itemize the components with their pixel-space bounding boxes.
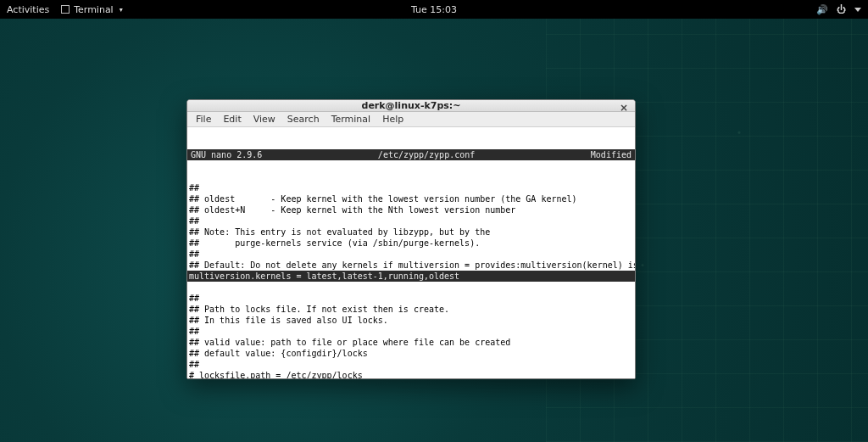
nano-line: ## bbox=[189, 182, 632, 193]
power-icon: ⏻ bbox=[837, 4, 846, 15]
terminal-icon bbox=[61, 5, 70, 14]
nano-line: ## default value: {configdir}/locks bbox=[189, 348, 632, 359]
clock[interactable]: Tue 15:03 bbox=[411, 4, 457, 15]
chevron-down-icon: ▾ bbox=[120, 6, 123, 14]
menu-edit[interactable]: Edit bbox=[218, 112, 246, 126]
nano-filepath: /etc/zypp/zypp.conf bbox=[262, 149, 591, 160]
nano-line: ## In this file is saved also UI locks. bbox=[189, 315, 632, 326]
nano-buffer[interactable]: #### oldest - Keep kernel with the lowes… bbox=[187, 182, 635, 379]
nano-line: ## Default: Do not delete any kernels if… bbox=[189, 260, 632, 271]
terminal-window: derk@linux-k7ps:~ × File Edit View Searc… bbox=[186, 99, 636, 379]
nano-line: ## purge-kernels service (via /sbin/purg… bbox=[189, 238, 632, 249]
nano-line: ## bbox=[189, 359, 632, 370]
nano-line: ## Path to locks file. If not exist then… bbox=[189, 304, 632, 315]
app-menu[interactable]: Terminal ▾ bbox=[61, 4, 123, 15]
nano-line: ## bbox=[189, 215, 632, 227]
volume-icon: 🔊 bbox=[816, 4, 828, 15]
menu-search[interactable]: Search bbox=[282, 112, 325, 126]
nano-line bbox=[189, 282, 632, 293]
nano-statusbar: GNU nano 2.9.6 /etc/zypp/zypp.conf Modif… bbox=[187, 149, 635, 160]
menu-help[interactable]: Help bbox=[377, 112, 409, 126]
nano-line: ## oldest+N - Keep kernel with the Nth l… bbox=[189, 204, 632, 215]
close-button[interactable]: × bbox=[618, 103, 630, 115]
gnome-topbar: Activities Terminal ▾ Tue 15:03 🔊 ⏻ bbox=[0, 0, 868, 19]
nano-line: # locksfile.path = /etc/zypp/locks bbox=[189, 370, 632, 379]
nano-line: ## bbox=[189, 326, 632, 337]
nano-modified: Modified bbox=[591, 149, 632, 160]
chevron-down-icon bbox=[854, 8, 861, 12]
nano-line: ## bbox=[189, 249, 632, 260]
system-tray[interactable]: 🔊 ⏻ bbox=[816, 4, 861, 15]
menu-file[interactable]: File bbox=[191, 112, 216, 126]
menu-view[interactable]: View bbox=[248, 112, 281, 126]
nano-line: ## oldest - Keep kernel with the lowest … bbox=[189, 193, 632, 204]
nano-line: ## Note: This entry is not evaluated by … bbox=[189, 227, 632, 238]
nano-version: GNU nano 2.9.6 bbox=[191, 149, 262, 160]
window-title: derk@linux-k7ps:~ bbox=[362, 100, 461, 111]
app-menu-label: Terminal bbox=[74, 4, 114, 15]
window-titlebar[interactable]: derk@linux-k7ps:~ × bbox=[187, 100, 635, 112]
nano-line: multiversion.kernels = latest,latest-1,r… bbox=[187, 271, 635, 282]
menu-terminal[interactable]: Terminal bbox=[326, 112, 376, 126]
activities-button[interactable]: Activities bbox=[7, 4, 49, 15]
nano-line: ## bbox=[189, 293, 632, 304]
menubar: File Edit View Search Terminal Help bbox=[187, 112, 635, 127]
terminal-viewport[interactable]: GNU nano 2.9.6 /etc/zypp/zypp.conf Modif… bbox=[187, 127, 635, 379]
nano-line: ## valid value: path to file or place wh… bbox=[189, 337, 632, 348]
